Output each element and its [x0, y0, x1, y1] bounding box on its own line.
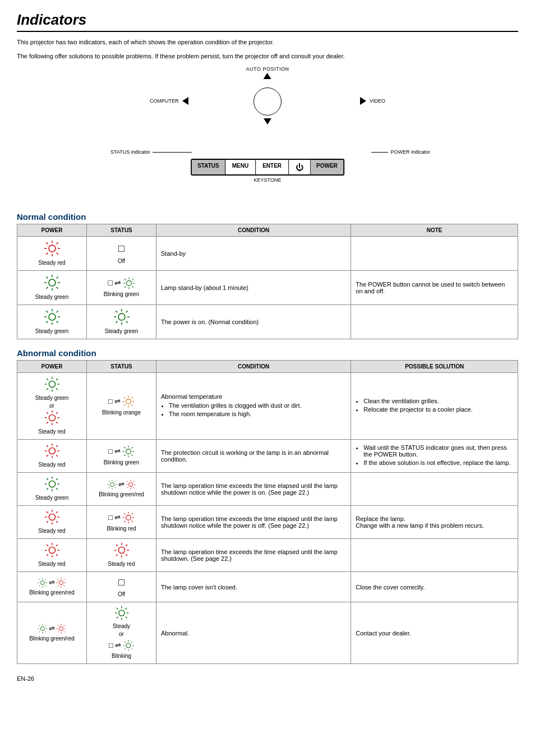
page-title: Indicators — [17, 11, 518, 32]
computer-label: COMPUTER — [150, 98, 179, 104]
abn-solution-cell-3 — [351, 473, 518, 506]
status-cell-2: □ ⇌ Blinking green — [87, 271, 156, 305]
abn-status-cell-1: □ ⇌ Blinking orange — [87, 373, 156, 440]
table-row: Steady red □ Off Stand-by — [17, 237, 518, 271]
abn-status-cell-5: Steady red — [87, 539, 156, 572]
abn-solution-cell-5 — [351, 539, 518, 572]
abn-condition-cell-3: The lamp operation time exceeds the time… — [156, 473, 351, 506]
menu-button[interactable]: MENU — [225, 160, 256, 174]
status-cell-1: □ Off — [87, 237, 156, 271]
power-label-3: Steady green — [35, 328, 69, 335]
table-row: Steady green ⇌ Blinking green/red The la… — [17, 473, 518, 506]
abn-status-cell-4: □ ⇌ Blinking red — [87, 506, 156, 539]
abnormal-condition-table: POWER STATUS CONDITION POSSIBLE SOLUTION… — [17, 360, 518, 664]
abn-status-cell-6: □ Off — [87, 572, 156, 602]
abn-power-cell-4: Steady red — [17, 506, 87, 539]
abn-condition-cell-1: Abnormal temperature The ventilation gri… — [156, 373, 351, 440]
condition-cell-1: Stand-by — [156, 237, 351, 271]
power-label-1: Steady red — [38, 259, 65, 267]
abn-status-cell-7: Steady or □ ⇌ Blinking — [87, 602, 156, 664]
abn-power-cell-2: Steady red — [17, 440, 87, 473]
table-row: ⇌ Blinking green/red □ Off The lamp cove… — [17, 572, 518, 602]
table-row: Steady red □ ⇌ Blinking green The protec… — [17, 440, 518, 473]
abn-condition-cell-6: The lamp cover isn't closed. — [156, 572, 351, 602]
note-cell-3 — [351, 305, 518, 339]
abn-solution-cell-6: Close the cover correctly. — [351, 572, 518, 602]
table-row: Steady green □ ⇌ Blinking green Lamp sta… — [17, 271, 518, 305]
table-row: Steady red Steady red The lamp operation… — [17, 539, 518, 572]
abn-solution-cell-2: Wait until the STATUS indicator goes out… — [351, 440, 518, 473]
enter-button[interactable]: ENTER — [256, 160, 289, 174]
table-row: ⇌ Blinking green/red Steady or □ ⇌ — [17, 602, 518, 664]
normal-header-status: STATUS — [87, 224, 156, 237]
intro-line1: This projector has two indicators, each … — [17, 38, 518, 47]
power-cell-2: Steady green — [17, 271, 87, 305]
abn-condition-cell-2: The protection circuit is working or the… — [156, 440, 351, 473]
status-indicator-label: STATUS indicator — [110, 149, 150, 155]
condition-cell-3: The power is on. (Normal condition) — [156, 305, 351, 339]
status-label-3: Steady green — [105, 328, 139, 335]
status-button[interactable]: STATUS — [192, 160, 225, 174]
projector-diagram: AUTO POSITION COMPUTER VIDEO STATUS indi… — [17, 66, 518, 201]
status-label-2: Blinking green — [104, 291, 139, 298]
video-label: VIDEO — [370, 98, 385, 104]
abnormal-header-condition: CONDITION — [156, 361, 351, 373]
normal-condition-title: Normal condition — [17, 212, 518, 222]
note-cell-2: The POWER button cannot be used to switc… — [351, 271, 518, 305]
power-label-2: Steady green — [35, 293, 69, 301]
power-button[interactable]: POWER — [311, 160, 343, 174]
table-row: Steady red □ ⇌ Blinking red The lamp ope… — [17, 506, 518, 539]
table-row: Steady green Steady green The power is o… — [17, 305, 518, 339]
condition-cell-2: Lamp stand-by (about 1 minute) — [156, 271, 351, 305]
keystone-label: KEYSTONE — [254, 177, 282, 183]
abnormal-header-power: POWER — [17, 361, 87, 373]
abnormal-header-solution: POSSIBLE SOLUTION — [351, 361, 518, 373]
abn-status-cell-2: □ ⇌ Blinking green — [87, 440, 156, 473]
normal-header-note: NOTE — [351, 224, 518, 237]
abn-status-cell-3: ⇌ Blinking green/red — [87, 473, 156, 506]
power-cell-3: Steady green — [17, 305, 87, 339]
abn-power-cell-1: Steady green or Steady red — [17, 373, 87, 440]
abn-solution-cell-4: Replace the lamp.Change with a new lamp … — [351, 506, 518, 539]
power-cell-1: Steady red — [17, 237, 87, 271]
abnormal-header-status: STATUS — [87, 361, 156, 373]
note-cell-1 — [351, 237, 518, 271]
abn-condition-cell-5: The lamp operation time exceeds the time… — [156, 539, 351, 572]
power-icon-button[interactable]: ⏻ — [289, 160, 311, 174]
abn-solution-cell-1: Clean the ventilation grilles. Relocate … — [351, 373, 518, 440]
normal-header-power: POWER — [17, 224, 87, 237]
status-label-1: Off — [118, 257, 125, 265]
auto-position-label: AUTO POSITION — [246, 66, 289, 72]
table-row: Steady green or Steady red □ ⇌ Blinking … — [17, 373, 518, 440]
normal-condition-table: POWER STATUS CONDITION NOTE Steady red □… — [17, 224, 518, 339]
abn-power-cell-5: Steady red — [17, 539, 87, 572]
abn-condition-cell-4: The lamp operation time exceeds the time… — [156, 506, 351, 539]
intro-line2: The following offer solutions to possibl… — [17, 52, 518, 61]
abnormal-condition-title: Abnormal condition — [17, 348, 518, 358]
abn-power-cell-7: ⇌ Blinking green/red — [17, 602, 87, 664]
normal-header-condition: CONDITION — [156, 224, 351, 237]
abn-solution-cell-7: Contact your dealer. — [351, 602, 518, 664]
power-indicator-label: POWER indicator — [390, 149, 430, 155]
abn-power-cell-6: ⇌ Blinking green/red — [17, 572, 87, 602]
abn-power-cell-3: Steady green — [17, 473, 87, 506]
abn-condition-cell-7: Abnormal. — [156, 602, 351, 664]
status-cell-3: Steady green — [87, 305, 156, 339]
page-number: EN-26 — [17, 675, 518, 682]
